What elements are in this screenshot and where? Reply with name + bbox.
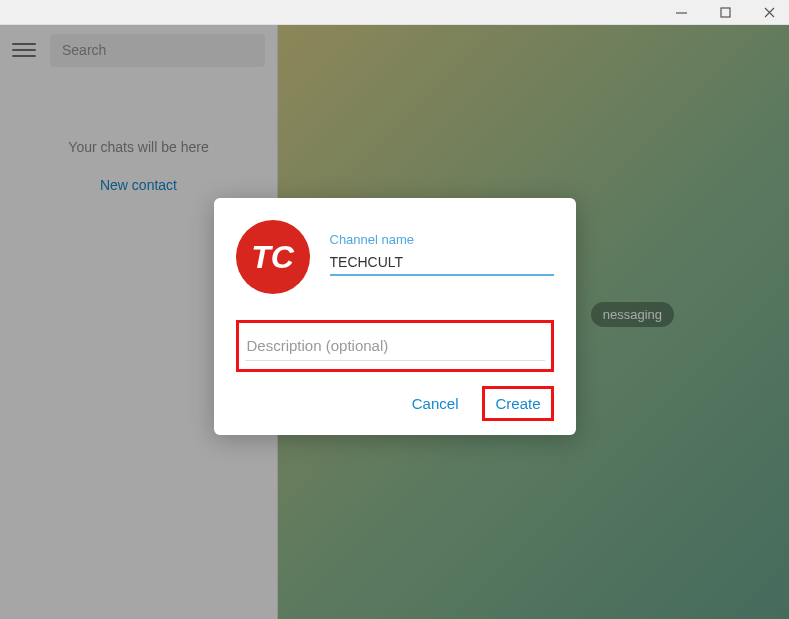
description-highlight <box>236 320 554 372</box>
minimize-icon <box>676 7 687 18</box>
maximize-button[interactable] <box>711 2 739 22</box>
modal-overlay[interactable]: TC Channel name Cancel Create <box>0 25 789 619</box>
close-button[interactable] <box>755 2 783 22</box>
channel-name-label: Channel name <box>330 232 554 247</box>
create-highlight: Create <box>482 386 553 421</box>
create-button[interactable]: Create <box>491 391 544 416</box>
cancel-button[interactable]: Cancel <box>406 387 465 420</box>
svg-rect-0 <box>721 8 730 17</box>
close-icon <box>764 7 775 18</box>
maximize-icon <box>720 7 731 18</box>
channel-avatar[interactable]: TC <box>236 220 310 294</box>
description-input[interactable] <box>245 331 545 361</box>
avatar-text: TC <box>251 239 294 276</box>
channel-name-input[interactable] <box>330 251 554 276</box>
create-channel-dialog: TC Channel name Cancel Create <box>214 198 576 435</box>
window-titlebar <box>0 0 789 25</box>
minimize-button[interactable] <box>667 2 695 22</box>
